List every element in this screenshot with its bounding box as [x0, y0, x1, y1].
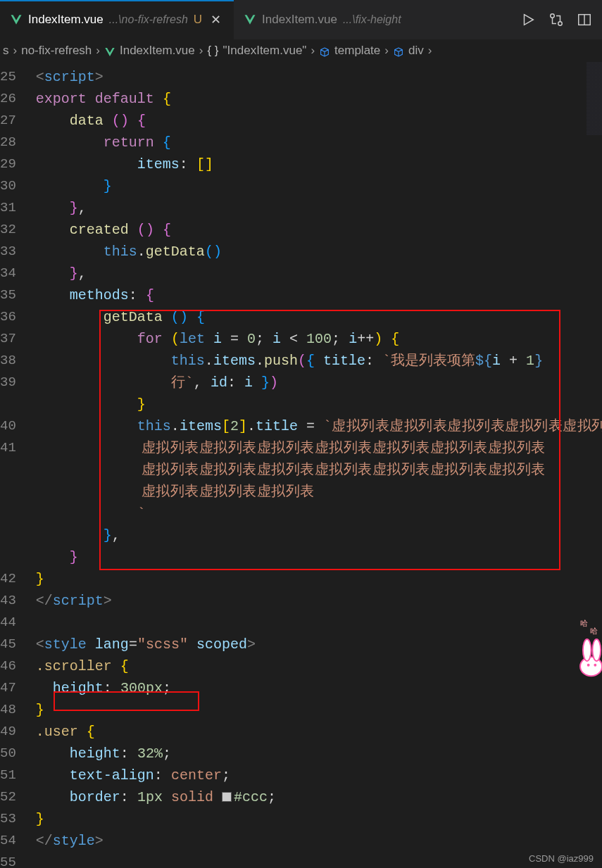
tab-git-status: U — [194, 13, 202, 27]
minimap[interactable] — [587, 62, 602, 245]
code-content[interactable]: <script> export default { data () { retu… — [36, 62, 602, 868]
chevron-right-icon: › — [384, 44, 389, 58]
cube-icon — [393, 46, 404, 58]
breadcrumb[interactable]: s › no-fix-refresh › IndexItem.vue › { }… — [0, 39, 602, 62]
cube-icon — [319, 46, 330, 58]
crumb[interactable]: s — [3, 44, 9, 58]
editor-tab-bar: IndexItem.vue ...\no-fix-refresh U ✕ Ind… — [0, 0, 602, 39]
code-pre[interactable]: <script> export default { data () { retu… — [36, 66, 602, 852]
vue-icon — [244, 13, 256, 26]
tab-dir: ...\no-fix-refresh — [109, 13, 188, 26]
chevron-right-icon: › — [199, 44, 203, 58]
chevron-right-icon: › — [96, 44, 100, 58]
tab-title: IndexItem.vue — [262, 13, 337, 27]
run-icon[interactable] — [520, 12, 536, 27]
vue-icon — [10, 13, 23, 26]
crumb[interactable]: template — [334, 44, 380, 58]
editor-area[interactable]: 252627282930313233343536373839 4041 4243… — [0, 62, 602, 868]
crumb[interactable]: "IndexItem.vue" — [223, 44, 307, 58]
svg-point-0 — [551, 14, 555, 18]
git-compare-icon[interactable] — [548, 12, 564, 27]
watermark: CSDN @iaz999 — [529, 853, 594, 864]
tab-inactive[interactable]: IndexItem.vue ...\fix-height — [234, 0, 410, 39]
split-editor-icon[interactable] — [577, 12, 592, 27]
braces-icon: { } — [207, 44, 218, 58]
svg-point-1 — [558, 22, 563, 26]
crumb[interactable]: IndexItem.vue — [120, 44, 195, 58]
chevron-right-icon: › — [311, 44, 315, 58]
tab-dir: ...\fix-height — [343, 13, 401, 26]
chevron-right-icon: › — [13, 44, 18, 58]
tab-title: IndexItem.vue — [28, 13, 104, 27]
chevron-right-icon: › — [428, 44, 432, 58]
vue-icon — [104, 46, 115, 58]
line-number-gutter: 252627282930313233343536373839 4041 4243… — [0, 62, 36, 868]
crumb[interactable]: div — [408, 44, 424, 58]
tab-actions — [520, 0, 602, 39]
tab-active[interactable]: IndexItem.vue ...\no-fix-refresh U ✕ — [0, 0, 234, 39]
color-swatch-icon — [222, 792, 232, 802]
close-icon[interactable]: ✕ — [208, 12, 224, 27]
crumb[interactable]: no-fix-refresh — [21, 44, 92, 58]
